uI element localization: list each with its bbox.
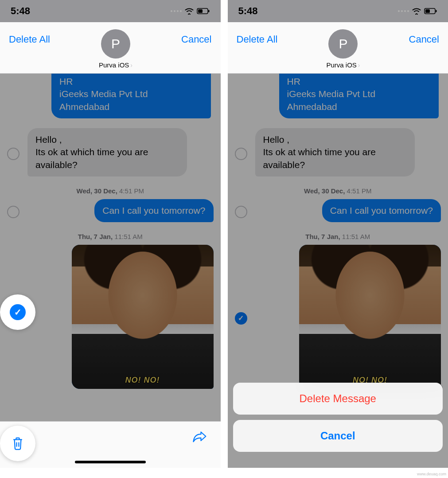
ts-time: 4:51 PM	[345, 187, 371, 195]
message-received[interactable]: Hello , Its ok at which time you are ava…	[255, 128, 415, 176]
gif-caption: NO! NO!	[72, 375, 214, 385]
message-sent[interactable]: Can I call you tomorrow?	[94, 199, 213, 222]
cellular-dots-icon	[398, 10, 409, 12]
delete-all-button[interactable]: Delete All	[237, 29, 278, 45]
delete-message-button[interactable]: Delete Message	[233, 383, 443, 415]
cellular-dots-icon	[171, 10, 182, 12]
message-row: Can I call you tomorrow?	[235, 199, 441, 225]
chat-area: HR iGeeks Media Pvt Ltd Ahmedabad Hello …	[0, 74, 221, 468]
timestamp: Wed, 30 Dec, 4:51 PM	[235, 187, 441, 195]
edit-top-bar: Delete All P Purva iOS › Cancel	[228, 22, 448, 74]
wifi-icon	[184, 8, 194, 15]
ts-time: 11:51 AM	[340, 233, 370, 240]
status-time: 5:48	[11, 5, 30, 17]
msg-line: Ahmedabad	[59, 101, 203, 113]
action-sheet-cancel-button[interactable]: Cancel	[233, 420, 443, 452]
cancel-button[interactable]: Cancel	[181, 29, 211, 45]
status-time: 5:48	[238, 5, 258, 17]
contact-name-label: Purva iOS	[99, 61, 129, 69]
select-radio-checked[interactable]	[235, 312, 247, 325]
contact-header[interactable]: P Purva iOS ›	[99, 29, 132, 69]
timestamp: Thu, 7 Jan, 11:51 AM	[7, 233, 214, 240]
message-sent[interactable]: HR iGeeks Media Pvt Ltd Ahmedabad	[279, 74, 439, 118]
message-received[interactable]: Hello , Its ok at which time you are ava…	[27, 128, 187, 176]
message-row: NO! NO!	[7, 245, 214, 392]
battery-icon	[424, 8, 437, 14]
timestamp: Wed, 30 Dec, 4:51 PM	[7, 187, 214, 195]
home-indicator[interactable]	[75, 461, 146, 463]
ts-day: Thu, 7 Jan,	[78, 233, 113, 240]
screen-right: 5:48 Delete All P Purva iOS › Cancel HR …	[224, 0, 448, 468]
trash-icon	[11, 436, 24, 451]
ts-day: Thu, 7 Jan,	[305, 233, 340, 240]
msg-line: HR	[287, 75, 431, 88]
contact-header[interactable]: P Purva iOS ›	[326, 29, 360, 69]
msg-line: HR	[59, 75, 203, 88]
svg-rect-4	[425, 9, 430, 13]
cancel-button[interactable]: Cancel	[409, 29, 439, 45]
message-gif[interactable]: NO! NO!	[299, 245, 441, 389]
ts-time: 4:51 PM	[117, 187, 144, 195]
chevron-right-icon: ›	[130, 62, 132, 69]
battery-icon	[197, 8, 210, 14]
message-row: Hello , Its ok at which time you are ava…	[235, 128, 441, 179]
timestamp: Thu, 7 Jan, 11:51 AM	[235, 233, 441, 240]
status-icons	[171, 8, 210, 15]
msg-line: Its ok at which time you are available?	[263, 146, 407, 171]
contact-name-row: Purva iOS ›	[326, 61, 360, 69]
highlight-trash-button	[0, 426, 35, 461]
edit-top-bar: Delete All P Purva iOS › Cancel	[0, 22, 221, 74]
gif-image: NO! NO!	[299, 245, 441, 389]
forward-button[interactable]	[192, 430, 207, 445]
select-radio[interactable]	[7, 148, 19, 160]
ts-day: Wed, 30 Dec,	[77, 187, 117, 195]
contact-name-label: Purva iOS	[326, 61, 356, 69]
ts-day: Wed, 30 Dec,	[304, 187, 345, 195]
status-bar: 5:48	[0, 0, 221, 22]
gif-image: NO! NO!	[72, 245, 214, 389]
svg-rect-1	[198, 9, 203, 13]
message-row: Can I call you tomorrow?	[7, 199, 214, 225]
chevron-right-icon: ›	[358, 62, 360, 69]
svg-rect-2	[208, 10, 210, 12]
screen-left: 5:48 Delete All P Purva iOS › Cancel HR …	[0, 0, 224, 468]
watermark: www.deuaq.com	[417, 472, 446, 476]
action-sheet: Delete Message Cancel	[228, 377, 448, 468]
wifi-icon	[412, 8, 421, 15]
avatar: P	[328, 29, 358, 59]
message-row: NO! NO!	[235, 245, 441, 392]
msg-line: iGeeks Media Pvt Ltd	[287, 88, 431, 100]
avatar: P	[101, 29, 130, 59]
msg-line: Hello ,	[263, 133, 407, 146]
msg-line: iGeeks Media Pvt Ltd	[59, 88, 203, 100]
highlight-selected-radio	[0, 294, 35, 330]
status-icons	[398, 8, 437, 15]
select-radio[interactable]	[235, 206, 247, 218]
svg-rect-5	[436, 10, 437, 12]
ts-time: 11:51 AM	[113, 233, 143, 240]
msg-line: Hello ,	[35, 133, 179, 146]
check-icon	[10, 304, 26, 320]
select-radio[interactable]	[7, 206, 19, 218]
contact-name-row: Purva iOS ›	[99, 61, 132, 69]
message-sent[interactable]: Can I call you tomorrow?	[322, 199, 441, 222]
msg-line: Ahmedabad	[287, 101, 431, 113]
message-gif[interactable]: NO! NO!	[72, 245, 214, 389]
msg-line: Its ok at which time you are available?	[35, 146, 179, 171]
message-row: Hello , Its ok at which time you are ava…	[7, 128, 214, 179]
message-sent[interactable]: HR iGeeks Media Pvt Ltd Ahmedabad	[51, 74, 211, 118]
select-radio[interactable]	[235, 148, 247, 160]
status-bar: 5:48	[228, 0, 448, 22]
delete-all-button[interactable]: Delete All	[9, 29, 50, 45]
